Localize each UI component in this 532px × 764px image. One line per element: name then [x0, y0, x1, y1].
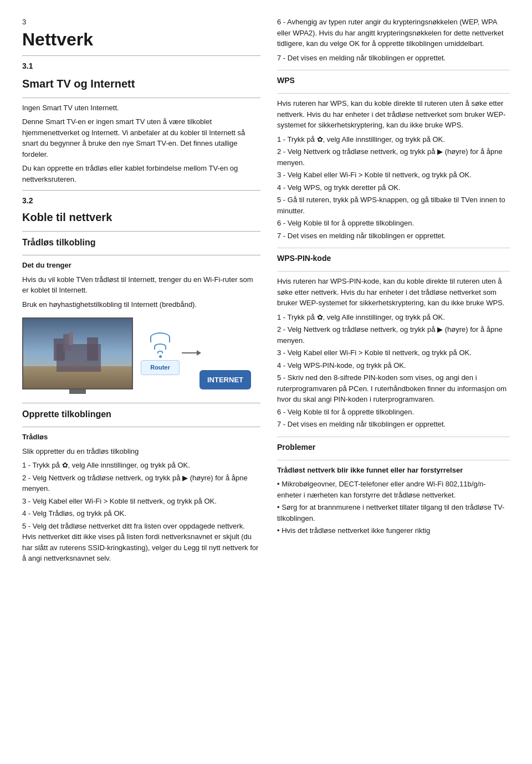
- need-text: Hvis du vil koble TVen trådløst til Inte…: [22, 274, 260, 296]
- right-step6: 6 - Avhengig av typen ruter angir du kry…: [277, 17, 510, 49]
- wps-title: WPS: [277, 75, 510, 86]
- divider-r1: [277, 70, 510, 70]
- wps-pin-step-1: 1 - Trykk på ✿, velg Alle innstillinger,…: [277, 312, 510, 323]
- page-content: 3 Nettverk 3.1 Smart TV og Internett Ing…: [0, 0, 532, 764]
- divider-5: [22, 255, 260, 255]
- problems-list: • Mikrobølgeovner, DECT-telefoner eller …: [277, 479, 510, 536]
- svg-rect-6: [69, 332, 73, 345]
- wireless-sub-label: Trådløs: [22, 432, 260, 443]
- left-steps-list: 1 - Trykk på ✿, velg Alle innstillinger,…: [22, 460, 260, 564]
- section1-num: 3.1: [22, 61, 33, 70]
- left-step-5: 5 - Velg det trådløse nettverket ditt fr…: [22, 521, 260, 564]
- wps-pin-step-6: 6 - Velg Koble til for å opprette tilkob…: [277, 407, 510, 418]
- wps-step-5: 5 - Gå til ruteren, trykk på WPS-knappen…: [277, 194, 510, 216]
- wps-step-3: 3 - Velg Kabel eller Wi-Fi > Koble til n…: [277, 170, 510, 181]
- divider-6: [22, 403, 260, 403]
- wps-pin-step-4: 4 - Velg WPS-PIN-kode, og trykk på OK.: [277, 360, 510, 371]
- section2-title: Koble til nettverk: [22, 209, 260, 225]
- left-step-2: 2 - Velg Nettverk og trådløse nettverk, …: [22, 473, 260, 494]
- wps-pin-intro: Hvis ruteren har WPS-PIN-kode, kan du ko…: [277, 276, 510, 309]
- left-step-1: 1 - Trykk på ✿, velg Alle innstillinger,…: [22, 460, 260, 471]
- left-step-3: 3 - Velg Kabel eller Wi-Fi > Koble til n…: [22, 496, 260, 507]
- problems-sub: Trådløst nettverk blir ikke funnet eller…: [277, 465, 510, 476]
- divider-4: [22, 231, 260, 232]
- problem-item-3: • Hvis det trådløse nettverket ikke fung…: [277, 525, 510, 536]
- internet-box: INTERNET: [200, 370, 251, 390]
- divider-r5: [277, 437, 510, 437]
- wps-step-7: 7 - Det vises en melding når tilkoblinge…: [277, 230, 510, 242]
- need-label: Det du trenger: [22, 260, 260, 271]
- wifi-router-group: Router: [141, 332, 180, 375]
- divider-3: [22, 190, 260, 191]
- tv-screen: [22, 317, 133, 389]
- problems-title: Problemer: [277, 442, 510, 453]
- arrow-container: [182, 352, 197, 353]
- svg-rect-4: [87, 337, 98, 361]
- section2-num: 3.2: [22, 196, 33, 205]
- wifi-arc-small: [157, 351, 163, 353]
- wifi-dot: [159, 355, 162, 358]
- broadband-text: Bruk en høyhastighetstilkobling til Inte…: [22, 299, 260, 310]
- wps-intro: Hvis ruteren har WPS, kan du koble direk…: [277, 98, 510, 131]
- arrow-head: [197, 350, 201, 356]
- wps-pin-step-7: 7 - Det vises en melding når tilkoblinge…: [277, 419, 510, 430]
- section1-title: Smart TV og Internett: [22, 75, 260, 92]
- wps-step-4: 4 - Velg WPS, og trykk deretter på OK.: [277, 182, 510, 193]
- divider-1: [22, 55, 260, 56]
- intro-2: Denne Smart TV-en er ingen smart TV uten…: [22, 116, 260, 160]
- main-title: Nettverk: [22, 29, 260, 50]
- intro-3: Du kan opprette en trådløs eller kablet …: [22, 163, 260, 184]
- setup-title: Opprette tilkoblingen: [22, 408, 260, 421]
- wps-steps-list: 1 - Trykk på ✿, velg Alle innstillinger,…: [277, 134, 510, 242]
- divider-r4: [277, 271, 510, 271]
- wireless-title: Trådløs tilkobling: [22, 236, 260, 249]
- right-column: 6 - Avhengig av typen ruter angir du kry…: [277, 17, 510, 747]
- wifi-arc-large: [150, 332, 170, 342]
- arrow-line: [182, 352, 197, 353]
- tv-image-svg: [23, 317, 133, 388]
- wps-pin-title: WPS-PIN-kode: [277, 253, 510, 264]
- wifi-signal: [150, 332, 170, 358]
- divider-2: [22, 98, 260, 98]
- left-column: 3 Nettverk 3.1 Smart TV og Internett Ing…: [22, 17, 260, 747]
- right-step7: 7 - Det vises en melding når tilkoblinge…: [277, 53, 510, 64]
- router-box: Router: [141, 360, 180, 375]
- wps-pin-step-2: 2 - Velg Nettverk og trådløse nettverk, …: [277, 324, 510, 346]
- wps-step-1: 1 - Trykk på ✿, velg Alle innstillinger,…: [277, 134, 510, 145]
- problem-item-1: • Mikrobølgeovner, DECT-telefoner eller …: [277, 479, 510, 500]
- divider-r6: [277, 460, 510, 460]
- page-number-top: 3: [22, 17, 260, 28]
- wps-step-2: 2 - Velg Nettverk og trådløse nettverk, …: [277, 146, 510, 168]
- wps-pin-step-3: 3 - Velg Kabel eller Wi-Fi > Koble til n…: [277, 347, 510, 358]
- tv-illustration: [22, 317, 133, 395]
- wps-step-6: 6 - Velg Koble til for å opprette tilkob…: [277, 218, 510, 229]
- divider-7: [22, 427, 260, 427]
- problem-item-2: • Sørg for at brannmurene i nettverket t…: [277, 502, 510, 524]
- wps-pin-steps-list: 1 - Trykk på ✿, velg Alle innstillinger,…: [277, 312, 510, 430]
- wireless-desc: Slik oppretter du en trådløs tilkobling: [22, 446, 260, 457]
- divider-r3: [277, 248, 510, 248]
- wps-pin-step-5: 5 - Skriv ned den 8-sifrede PIN-koden so…: [277, 372, 510, 405]
- divider-r2: [277, 93, 510, 94]
- tv-base: [69, 389, 86, 394]
- left-step-4: 4 - Velg Trådløs, og trykk på OK.: [22, 508, 260, 519]
- wifi-arc-medium: [154, 343, 166, 350]
- intro-1: Ingen Smart TV uten Internett.: [22, 102, 260, 114]
- network-diagram: Router INTERNET: [22, 317, 260, 395]
